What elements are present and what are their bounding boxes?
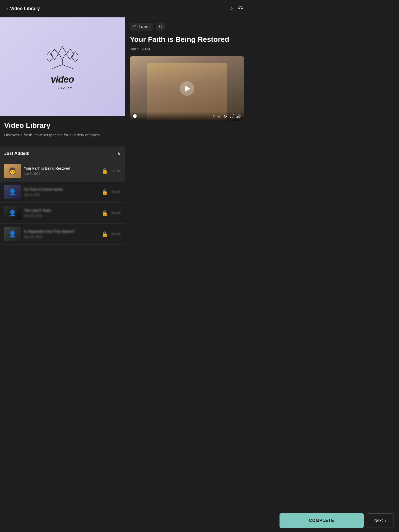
list-item[interactable]: 👤 It's Time to Come Home Jan 4, 2024 🔒 3… bbox=[0, 182, 125, 203]
play-button[interactable] bbox=[180, 81, 194, 96]
cover-text-video: video bbox=[51, 74, 74, 85]
main-content: video LIBRARY Video Library Discover a f… bbox=[0, 17, 249, 245]
video-thumbnail-2: 👤 bbox=[4, 185, 21, 199]
progress-bar[interactable] bbox=[139, 116, 211, 116]
thumb-person-2: 👤 bbox=[4, 185, 21, 199]
video-item-info-1: Your Faith is Being Restored Jan 5, 2024 bbox=[24, 166, 98, 175]
video-item-title-2: It's Time to Come Home bbox=[24, 187, 98, 192]
svg-marker-2 bbox=[66, 49, 74, 59]
chevron-up-icon: ∧ bbox=[117, 151, 121, 156]
share-link-button[interactable]: ⚇ bbox=[156, 23, 165, 31]
back-icon[interactable]: ‹ bbox=[6, 6, 8, 12]
star-icon[interactable]: ☆ bbox=[229, 5, 234, 12]
lock-icon-2: 🔒 bbox=[102, 189, 108, 195]
list-item[interactable]: 👤 The Last 5 Years Dec 29, 2023 🔒 38 min bbox=[0, 203, 125, 224]
duration-text: 14 min bbox=[139, 25, 150, 29]
header: ‹ Video Library ☆ ⚇ bbox=[0, 0, 249, 17]
svg-marker-1 bbox=[51, 49, 58, 59]
list-item[interactable]: 👩 Your Faith is Being Restored Jan 5, 20… bbox=[0, 161, 125, 182]
svg-marker-0 bbox=[58, 46, 66, 59]
video-item-info-3: The Last 5 Years Dec 29, 2023 bbox=[24, 208, 98, 217]
lock-icon-1: 🔒 bbox=[102, 168, 108, 174]
cover-image: video LIBRARY bbox=[0, 17, 125, 116]
time-display: 14:26 bbox=[213, 114, 221, 118]
volume-icon[interactable]: 🔊 bbox=[236, 114, 241, 119]
video-duration-4: 38 min bbox=[111, 232, 121, 236]
video-list: 👩 Your Faith is Being Restored Jan 5, 20… bbox=[0, 161, 125, 245]
video-item-date-2: Jan 4, 2024 bbox=[24, 193, 98, 197]
video-duration-3: 38 min bbox=[111, 211, 121, 215]
video-player[interactable]: 14:26 ⚙ ⛶ 🔊 bbox=[130, 56, 244, 121]
video-item-date-3: Dec 29, 2023 bbox=[24, 214, 98, 218]
cover-text-library: LIBRARY bbox=[51, 86, 73, 90]
video-duration-1: 14 min bbox=[111, 169, 121, 173]
svg-marker-4 bbox=[71, 52, 78, 62]
section-title: Just Added! bbox=[4, 151, 30, 156]
thumb-person-3: 👤 bbox=[4, 206, 21, 220]
play-triangle-icon bbox=[185, 85, 190, 92]
library-title: Video Library bbox=[4, 121, 121, 130]
video-item-date-4: Dec 28, 2023 bbox=[24, 235, 98, 239]
library-info: Video Library Discover a fresh, new pers… bbox=[0, 116, 125, 142]
video-item-title-3: The Last 5 Years bbox=[24, 208, 98, 213]
link-icon[interactable]: ⚇ bbox=[238, 5, 243, 12]
crystal-icon bbox=[47, 44, 78, 71]
lock-icon-3: 🔒 bbox=[102, 210, 108, 216]
duration-badge: ⏱ 14 min bbox=[130, 23, 153, 31]
video-item-title-4: Is Separation Our True Nature? bbox=[24, 229, 98, 234]
share-link-icon: ⚇ bbox=[158, 24, 162, 29]
video-thumbnail-1: 👩 bbox=[4, 164, 21, 178]
section-header[interactable]: Just Added! ∧ bbox=[0, 147, 125, 161]
svg-marker-3 bbox=[47, 52, 53, 62]
progress-dot[interactable] bbox=[133, 114, 137, 118]
video-thumbnail-3: 👤 bbox=[4, 206, 21, 220]
video-date: Jan 5, 2024 bbox=[130, 47, 244, 51]
video-item-date-1: Jan 5, 2024 bbox=[24, 172, 98, 176]
meta-row: ⏱ 14 min ⚇ bbox=[130, 23, 244, 31]
video-controls: 14:26 ⚙ ⛶ 🔊 bbox=[130, 112, 244, 121]
svg-line-6 bbox=[52, 65, 62, 69]
video-item-info-4: Is Separation Our True Nature? Dec 28, 2… bbox=[24, 229, 98, 238]
header-title: Video Library bbox=[10, 6, 40, 11]
video-item-title-1: Your Faith is Being Restored bbox=[24, 166, 98, 171]
control-icons: ⚙ ⛶ bbox=[223, 114, 234, 119]
fullscreen-icon[interactable]: ⛶ bbox=[230, 114, 234, 119]
thumb-person-4: 👤 bbox=[4, 227, 21, 241]
settings-icon[interactable]: ⚙ bbox=[223, 114, 227, 119]
video-item-info-2: It's Time to Come Home Jan 4, 2024 bbox=[24, 187, 98, 196]
lock-icon-4: 🔒 bbox=[102, 231, 108, 237]
right-panel: ⏱ 14 min ⚇ Your Faith is Being Restored … bbox=[125, 17, 249, 245]
left-panel: video LIBRARY Video Library Discover a f… bbox=[0, 17, 125, 245]
video-main-title: Your Faith is Being Restored bbox=[130, 35, 244, 44]
header-right: ☆ ⚇ bbox=[229, 5, 243, 12]
svg-line-7 bbox=[62, 65, 73, 69]
clock-icon: ⏱ bbox=[133, 24, 137, 29]
video-thumbnail-4: 👤 bbox=[4, 227, 21, 241]
bottom-spacer bbox=[130, 121, 244, 240]
video-duration-2: 35 min bbox=[111, 190, 121, 194]
library-desc: Discover a fresh, new perspective for a … bbox=[4, 132, 121, 138]
thumb-person-1: 👩 bbox=[4, 164, 21, 178]
header-left: ‹ Video Library bbox=[6, 6, 40, 12]
list-item[interactable]: 👤 Is Separation Our True Nature? Dec 28,… bbox=[0, 224, 125, 245]
